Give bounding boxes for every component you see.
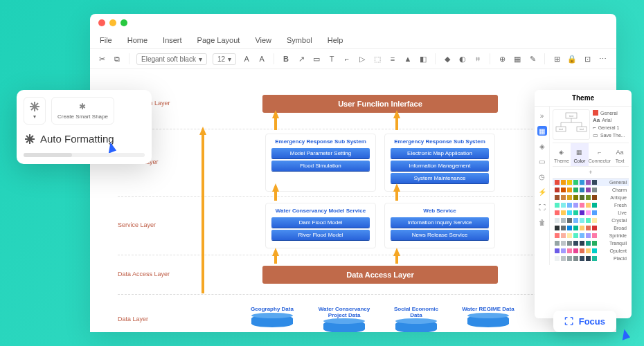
tab-color[interactable]: ▦Color <box>571 143 589 166</box>
item[interactable]: Dam Flood Model <box>271 217 370 228</box>
create-smart-shape-button[interactable]: ✱ Create Smart Shape <box>51 97 114 125</box>
crop-icon[interactable]: ⌗ <box>473 54 483 64</box>
theme-preview[interactable]: texttexttext <box>553 109 590 140</box>
item[interactable]: Infornation Inquiry Service <box>391 217 489 228</box>
minimize-dot[interactable] <box>109 19 116 26</box>
auto-formatting-button[interactable]: Auto Formatting <box>24 130 145 147</box>
grid-icon[interactable]: ▦ <box>512 54 522 64</box>
menu-file[interactable]: File <box>100 36 112 44</box>
pen-icon[interactable]: ✎ <box>528 54 537 64</box>
cylinder[interactable]: Social Economic Data <box>388 307 444 332</box>
layer-label-data: Data Layer <box>118 316 172 324</box>
swatch-row[interactable]: Charm <box>553 186 629 194</box>
rect-icon[interactable]: ▭ <box>312 54 321 64</box>
page-icon[interactable]: ▭ <box>537 156 547 166</box>
swatch-row[interactable]: Tranquil <box>553 239 629 247</box>
item[interactable]: Model Parameter Setting <box>271 148 370 158</box>
user-function-interface-bar[interactable]: User Funclion Inlerface <box>262 95 498 113</box>
tab-connector[interactable]: ⌐Connector <box>589 143 611 166</box>
business-right-subsystem[interactable]: Emergency Response Sub System Electronic… <box>384 134 495 192</box>
menu-view[interactable]: View <box>255 36 271 44</box>
maximize-dot[interactable] <box>120 19 127 26</box>
swatch-row[interactable]: Fresh <box>553 201 629 209</box>
zoom-icon[interactable]: ⊕ <box>497 54 507 64</box>
item[interactable]: News Release Service <box>391 230 489 240</box>
shadow-icon[interactable]: ◐ <box>458 54 467 64</box>
preview-item[interactable]: General <box>593 109 629 116</box>
cylinder[interactable]: Geography Data <box>244 307 300 332</box>
distribute-icon[interactable]: ⊡ <box>582 54 592 64</box>
auto-format-popup[interactable]: ▾ ✱ Create Smart Shape Auto Formatting <box>17 90 152 164</box>
swatch-row[interactable]: Opulent <box>553 247 629 255</box>
font-select[interactable]: Elegant soft black▾ <box>136 53 207 65</box>
swatch-row[interactable]: Sprinkle <box>553 232 629 239</box>
menu-insert[interactable]: Insert <box>163 36 182 44</box>
preview-item[interactable]: ⌐General 1 <box>593 124 629 131</box>
cursor-icon <box>619 328 630 340</box>
titlebar <box>90 14 616 32</box>
cut-icon[interactable]: ✂ <box>97 54 107 64</box>
expand-icon[interactable]: » <box>537 111 547 120</box>
font-increase-icon[interactable]: A <box>242 54 251 64</box>
bolt-icon[interactable]: ⚡ <box>537 187 547 197</box>
swatch-row[interactable]: General <box>553 179 629 186</box>
item[interactable]: System Maintenance <box>391 173 489 183</box>
menu-page-layout[interactable]: Page Layout <box>197 36 240 44</box>
font-decrease-icon[interactable]: A <box>257 54 267 64</box>
group-icon[interactable]: ⊞ <box>552 54 562 64</box>
style-icon[interactable]: ◧ <box>418 54 428 64</box>
cylinder[interactable]: Water REGIME Data <box>460 307 516 332</box>
svg-text:text: text <box>580 127 584 131</box>
service-right-subsystem[interactable]: Web Service Infornation Inquiry Service … <box>384 203 495 248</box>
swatch-list: GeneralCharmAntiqueFreshLiveCrystalBroad… <box>553 179 629 262</box>
theme-panel[interactable]: Theme » ▦ ◈ ▭ ◷ ⚡ ⛶ 🗑 texttexttext Gener… <box>535 90 632 318</box>
item[interactable]: Information Management <box>391 161 489 171</box>
add-swatch[interactable]: + <box>553 167 629 179</box>
grid-icon[interactable]: ▦ <box>537 126 547 136</box>
svg-text:text: text <box>559 127 564 131</box>
cylinder[interactable]: Water Conservancy Project Data <box>316 307 372 332</box>
clock-icon[interactable]: ◷ <box>537 172 547 181</box>
close-dot[interactable] <box>98 19 105 26</box>
align-icon[interactable]: ≡ <box>388 54 397 64</box>
swatch-row[interactable]: Crystal <box>553 217 629 224</box>
theme-title: Theme <box>535 90 632 107</box>
swatch-row[interactable]: Broad <box>553 224 629 232</box>
menu-help[interactable]: Help <box>328 36 343 44</box>
fill-icon[interactable]: ◆ <box>442 54 452 64</box>
full-icon[interactable]: ⛶ <box>537 202 547 212</box>
arrow-icon[interactable]: ↗ <box>296 54 306 64</box>
pointer-icon[interactable]: ▷ <box>357 54 367 64</box>
more-icon[interactable]: ⋯ <box>598 54 607 64</box>
text-icon[interactable]: T <box>327 54 337 64</box>
toolbar: ✂ ⧉ Elegant soft black▾ 12▾ A A B ↗ ▭ T … <box>90 48 616 69</box>
layers-icon[interactable]: ⬚ <box>373 54 382 64</box>
preview-item[interactable]: AaArial <box>593 116 629 124</box>
warn-icon[interactable]: ▲ <box>403 54 413 64</box>
bold-icon[interactable]: B <box>281 54 291 64</box>
burst-icon <box>25 134 35 144</box>
preview-item[interactable]: ▭Save The... <box>593 131 629 139</box>
layers-icon[interactable]: ◈ <box>537 141 547 151</box>
swatch-row[interactable]: Placid <box>553 255 629 262</box>
lock-icon[interactable]: 🔒 <box>567 54 577 64</box>
item[interactable]: River Flood Model <box>271 230 370 240</box>
service-left-subsystem[interactable]: Water Conservancy Model Service Dam Floo… <box>265 203 376 248</box>
menu-symbol[interactable]: Symbol <box>287 36 312 44</box>
focus-icon: ⛶ <box>564 316 573 327</box>
size-select[interactable]: 12▾ <box>213 53 236 65</box>
swatch-row[interactable]: Live <box>553 209 629 217</box>
item[interactable]: Flood Simulation <box>271 161 370 171</box>
swatch-row[interactable]: Antique <box>553 194 629 201</box>
copy-icon[interactable]: ⧉ <box>112 54 122 64</box>
menu-home[interactable]: Home <box>127 36 147 44</box>
connector-icon[interactable]: ⌐ <box>342 54 352 64</box>
tab-text[interactable]: AaText <box>611 143 629 166</box>
focus-button[interactable]: ⛶ Focus <box>553 311 616 332</box>
trash-icon[interactable]: 🗑 <box>537 217 547 227</box>
business-left-subsystem[interactable]: Emergency Response Sub System Model Para… <box>265 134 376 192</box>
item[interactable]: Electronic Map Application <box>391 148 489 158</box>
tab-theme[interactable]: ◈Theme <box>553 143 571 166</box>
data-access-bar[interactable]: Data Access Layer <box>262 266 498 284</box>
auto-format-small-button[interactable]: ▾ <box>24 97 46 125</box>
